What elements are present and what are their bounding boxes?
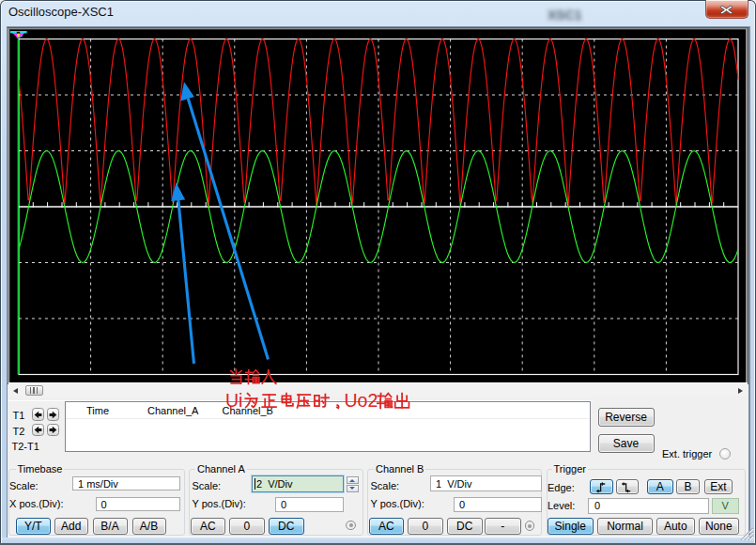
svg-text:Uo2: Uo2 <box>345 390 378 411</box>
svg-text:Ui: Ui <box>225 390 242 411</box>
